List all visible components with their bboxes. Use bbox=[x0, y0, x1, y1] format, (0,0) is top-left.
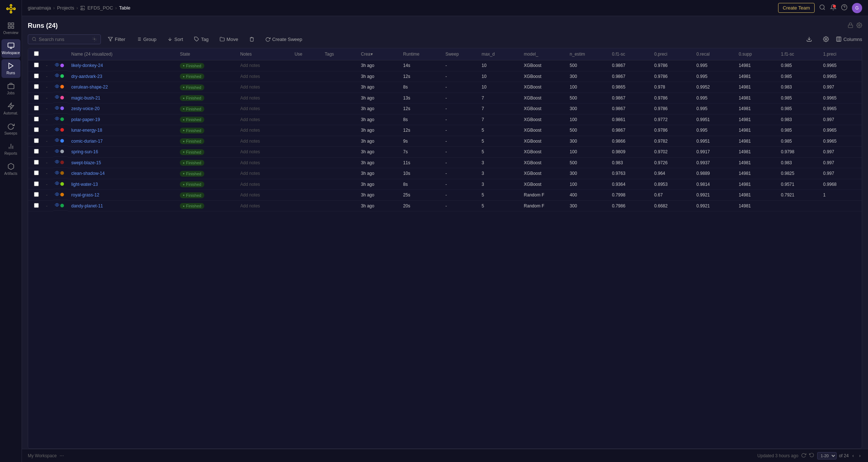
breadcrumb-project[interactable]: EFDS_POC bbox=[87, 5, 113, 11]
download-button[interactable] bbox=[802, 34, 816, 44]
columns-button[interactable]: Columns bbox=[836, 36, 862, 42]
col-header-notes[interactable]: Notes bbox=[236, 48, 291, 60]
search-box[interactable] bbox=[28, 34, 101, 44]
row-checkbox[interactable] bbox=[34, 138, 39, 143]
search-input[interactable] bbox=[39, 37, 90, 42]
eye-visibility-icon[interactable] bbox=[55, 106, 59, 111]
add-notes-button[interactable]: Add notes bbox=[240, 95, 260, 101]
create-team-button[interactable]: Create Team bbox=[778, 3, 815, 13]
row-checkbox[interactable] bbox=[34, 84, 39, 89]
group-button[interactable]: Group bbox=[132, 34, 160, 44]
eye-visibility-icon[interactable] bbox=[55, 95, 59, 100]
eye-visibility-icon[interactable] bbox=[55, 203, 59, 208]
lock-icon[interactable] bbox=[848, 22, 853, 29]
eye-visibility-icon[interactable] bbox=[55, 159, 59, 165]
sidebar-item-jobs[interactable]: Jobs bbox=[1, 79, 20, 98]
app-logo[interactable] bbox=[5, 3, 17, 15]
eye-visibility-icon[interactable] bbox=[55, 63, 59, 68]
col-header-state[interactable]: State bbox=[176, 48, 236, 60]
col-header-use[interactable]: Use bbox=[291, 48, 321, 60]
row-checkbox[interactable] bbox=[34, 74, 39, 78]
col-header-prec-0[interactable]: 0.preci bbox=[651, 48, 693, 60]
col-header-n-estim[interactable]: n_estim bbox=[566, 48, 609, 60]
col-header-created[interactable]: Crea▾ bbox=[357, 48, 400, 60]
run-name-cell[interactable]: comic-durian-17 bbox=[68, 136, 176, 147]
run-name-cell[interactable]: dry-aardvark-23 bbox=[68, 71, 176, 82]
add-notes-button[interactable]: Add notes bbox=[240, 106, 260, 111]
row-checkbox[interactable] bbox=[34, 160, 39, 165]
run-name-cell[interactable]: lunar-energy-18 bbox=[68, 125, 176, 136]
tag-button[interactable]: Tag bbox=[190, 34, 213, 44]
col-header-runtime[interactable]: Runtime bbox=[399, 48, 442, 60]
pagination-next-button[interactable]: › bbox=[858, 452, 862, 459]
eye-visibility-icon[interactable] bbox=[55, 181, 59, 187]
breadcrumb-projects[interactable]: Projects bbox=[57, 5, 74, 11]
sort-button[interactable]: Sort bbox=[163, 34, 187, 44]
help-icon[interactable] bbox=[841, 4, 848, 12]
config-button[interactable] bbox=[819, 34, 833, 44]
delete-button[interactable] bbox=[245, 34, 258, 44]
pagination-prev-button[interactable]: ‹ bbox=[851, 452, 855, 459]
row-checkbox[interactable] bbox=[34, 95, 39, 100]
row-checkbox[interactable] bbox=[34, 192, 39, 197]
row-checkbox[interactable] bbox=[34, 149, 39, 154]
add-notes-button[interactable]: Add notes bbox=[240, 182, 260, 187]
run-name-cell[interactable]: clean-shadow-14 bbox=[68, 168, 176, 179]
eye-visibility-icon[interactable] bbox=[55, 170, 59, 176]
add-notes-button[interactable]: Add notes bbox=[240, 74, 260, 79]
select-all-checkbox[interactable] bbox=[34, 51, 39, 56]
row-checkbox[interactable] bbox=[34, 127, 39, 132]
refresh-icon[interactable] bbox=[801, 452, 806, 459]
sidebar-item-overview[interactable]: Overview bbox=[1, 19, 20, 38]
eye-visibility-icon[interactable] bbox=[55, 127, 59, 133]
run-name-cell[interactable]: dandy-planet-11 bbox=[68, 200, 176, 211]
col-header-supp-0[interactable]: 0.supp bbox=[735, 48, 777, 60]
eye-visibility-icon[interactable] bbox=[55, 116, 59, 122]
add-notes-button[interactable]: Add notes bbox=[240, 84, 260, 90]
run-name-cell[interactable]: light-water-13 bbox=[68, 179, 176, 190]
run-name-cell[interactable]: swept-blaze-15 bbox=[68, 157, 176, 168]
add-notes-button[interactable]: Add notes bbox=[240, 171, 260, 176]
row-checkbox[interactable] bbox=[34, 117, 39, 121]
add-notes-button[interactable]: Add notes bbox=[240, 128, 260, 133]
row-checkbox[interactable] bbox=[34, 203, 39, 208]
col-header-name[interactable]: Name (24 visualized) bbox=[68, 48, 176, 60]
run-name-cell[interactable]: magic-bush-21 bbox=[68, 93, 176, 104]
row-checkbox[interactable] bbox=[34, 170, 39, 175]
sidebar-item-runs[interactable]: Runs bbox=[1, 59, 20, 78]
run-name-cell[interactable]: spring-sun-16 bbox=[68, 147, 176, 158]
col-header-model[interactable]: model_ bbox=[520, 48, 566, 60]
eye-visibility-icon[interactable] bbox=[55, 84, 59, 90]
col-header-f1-0[interactable]: 0.f1-sc bbox=[608, 48, 651, 60]
col-header-sweep[interactable]: Sweep bbox=[442, 48, 478, 60]
notification-icon[interactable] bbox=[830, 4, 837, 12]
sync-icon[interactable] bbox=[809, 452, 814, 459]
sidebar-item-automations[interactable]: Automat. bbox=[1, 99, 20, 118]
create-sweep-button[interactable]: Create Sweep bbox=[261, 34, 306, 44]
col-header-rec-0[interactable]: 0.recal bbox=[693, 48, 735, 60]
eye-visibility-icon[interactable] bbox=[55, 138, 59, 143]
add-notes-button[interactable]: Add notes bbox=[240, 160, 260, 165]
add-notes-button[interactable]: Add notes bbox=[240, 149, 260, 154]
settings-icon[interactable] bbox=[856, 22, 862, 29]
eye-visibility-icon[interactable] bbox=[55, 149, 59, 154]
col-header-f1-1[interactable]: 1.f1-sc bbox=[777, 48, 820, 60]
breadcrumb-user[interactable]: gianatmaja bbox=[28, 5, 51, 11]
col-header-prec-1[interactable]: 1.preci bbox=[819, 48, 862, 60]
eye-visibility-icon[interactable] bbox=[55, 73, 59, 79]
row-checkbox[interactable] bbox=[34, 106, 39, 110]
search-icon[interactable] bbox=[819, 4, 826, 12]
col-header-max-d[interactable]: max_d bbox=[478, 48, 520, 60]
avatar[interactable]: G bbox=[852, 3, 862, 13]
run-name-cell[interactable]: cerulean-shape-22 bbox=[68, 82, 176, 93]
sidebar-item-reports[interactable]: Reports bbox=[1, 140, 20, 158]
add-notes-button[interactable]: Add notes bbox=[240, 117, 260, 122]
run-name-cell[interactable]: zesty-voice-20 bbox=[68, 104, 176, 114]
run-name-cell[interactable]: polar-paper-19 bbox=[68, 114, 176, 125]
add-notes-button[interactable]: Add notes bbox=[240, 63, 260, 68]
move-button[interactable]: Move bbox=[216, 34, 242, 44]
add-notes-button[interactable]: Add notes bbox=[240, 192, 260, 198]
eye-visibility-icon[interactable] bbox=[55, 192, 59, 198]
sidebar-item-sweeps[interactable]: Sweeps bbox=[1, 120, 20, 138]
add-notes-button[interactable]: Add notes bbox=[240, 203, 260, 209]
